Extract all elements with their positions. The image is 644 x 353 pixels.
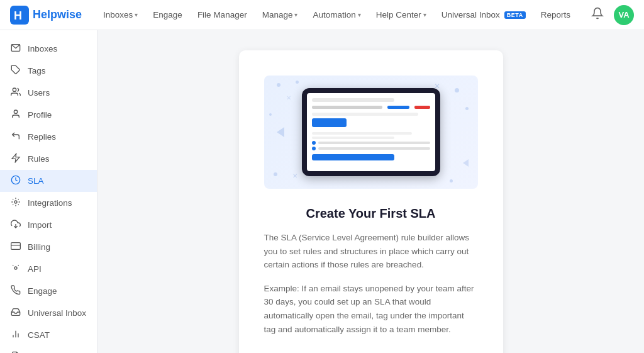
svg-point-12	[14, 267, 17, 269]
svg-point-5	[14, 110, 17, 113]
engage-icon	[10, 285, 21, 297]
tablet-mockup	[302, 88, 440, 176]
profile-icon	[10, 109, 21, 121]
svg-marker-6	[12, 154, 19, 162]
beta-badge: BETA	[504, 11, 526, 19]
top-nav: H Helpwise Inboxes ▾ Engage File Manager…	[0, 0, 644, 30]
svg-text:H: H	[14, 9, 22, 22]
sidebar-item-replies[interactable]: Replies	[0, 126, 97, 148]
integrations-icon	[10, 197, 21, 209]
chevron-down-icon: ▾	[294, 11, 297, 18]
svg-point-8	[14, 201, 17, 203]
tag-icon	[10, 65, 21, 77]
nav-item-reports[interactable]: Reports	[535, 6, 577, 23]
nav-item-manage[interactable]: Manage ▾	[256, 6, 304, 23]
card-illustration: ✕ ✕ ✕	[264, 76, 478, 189]
sidebar-item-integrations[interactable]: Integrations	[0, 192, 97, 214]
sidebar-item-engage[interactable]: Engage	[0, 280, 97, 302]
card-description: The SLA (Service Level Agreement) rule b…	[264, 231, 478, 272]
svg-point-4	[13, 88, 16, 91]
sla-empty-state-card: ✕ ✕ ✕	[239, 50, 503, 353]
nav-right: VA	[589, 4, 634, 25]
chevron-down-icon: ▾	[135, 11, 138, 18]
billing-icon	[10, 241, 21, 253]
svg-rect-10	[11, 243, 21, 250]
sidebar-item-contacts[interactable]: Contacts	[0, 346, 97, 353]
bell-button[interactable]	[589, 4, 606, 25]
sidebar-item-billing[interactable]: Billing	[0, 236, 97, 258]
universal-inbox-icon	[10, 307, 21, 319]
sidebar-item-rules[interactable]: Rules	[0, 148, 97, 170]
sidebar-item-profile[interactable]: Profile	[0, 104, 97, 126]
chevron-down-icon: ▾	[423, 11, 426, 18]
nav-item-help-center[interactable]: Help Center ▾	[370, 6, 433, 23]
nav-item-automation[interactable]: Automation ▾	[306, 6, 367, 23]
logo-text: Helpwise	[33, 8, 82, 21]
logo[interactable]: H Helpwise	[10, 6, 82, 25]
users-icon	[10, 87, 21, 99]
sidebar-item-inboxes[interactable]: Inboxes	[0, 38, 97, 60]
inbox-icon	[10, 43, 21, 55]
sidebar-item-sla[interactable]: SLA	[0, 170, 97, 192]
sidebar-item-import[interactable]: Import	[0, 214, 97, 236]
replies-icon	[10, 131, 21, 143]
nav-item-file-manager[interactable]: File Manager	[191, 6, 253, 23]
sidebar-item-api[interactable]: API	[0, 258, 97, 280]
chevron-down-icon: ▾	[358, 11, 361, 18]
api-icon	[10, 263, 21, 275]
sidebar-item-csat[interactable]: CSAT	[0, 324, 97, 346]
sidebar-item-universal-inbox[interactable]: Universal Inbox	[0, 302, 97, 324]
nav-item-universal-inbox[interactable]: Universal Inbox BETA	[435, 6, 532, 23]
sidebar: Inboxes Tags Users Profile Replies Rules	[0, 30, 97, 353]
card-example: Example: If an email stays unopened by y…	[264, 282, 478, 336]
nav-items: Inboxes ▾ Engage File Manager Manage ▾ A…	[97, 6, 589, 23]
nav-item-engage[interactable]: Engage	[147, 6, 189, 23]
sla-icon	[10, 175, 21, 187]
import-icon	[10, 219, 21, 231]
sidebar-item-tags[interactable]: Tags	[0, 60, 97, 82]
rules-icon	[10, 153, 21, 165]
main-content: ✕ ✕ ✕	[97, 30, 644, 353]
avatar[interactable]: VA	[614, 5, 634, 25]
sidebar-item-users[interactable]: Users	[0, 82, 97, 104]
card-title: Create Your First SLA	[264, 206, 478, 221]
csat-icon	[10, 329, 21, 341]
nav-item-inboxes[interactable]: Inboxes ▾	[97, 6, 144, 23]
